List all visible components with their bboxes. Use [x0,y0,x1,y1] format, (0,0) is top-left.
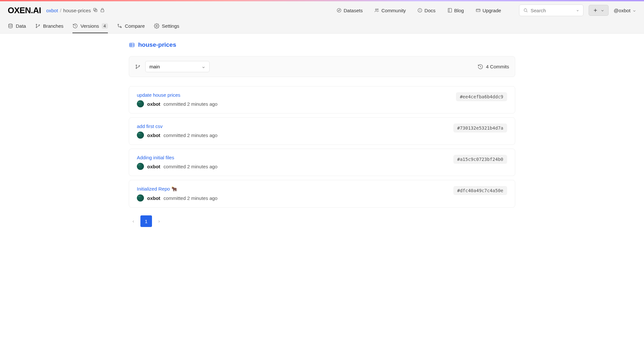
search-input[interactable] [519,5,583,16]
svg-line-15 [526,11,527,12]
nav-datasets[interactable]: Datasets [336,8,363,13]
tab-compare-label: Compare [125,23,145,29]
svg-point-29 [136,65,137,66]
repo-title[interactable]: house-prices [129,41,515,48]
commit-hash[interactable]: #ee4cefba6b4ddc9 [456,92,507,101]
commit-author[interactable]: oxbot [147,164,160,169]
nav-blog[interactable]: Blog [447,8,464,13]
history-icon [478,64,483,70]
nav-community[interactable]: Community [374,8,406,13]
search-field[interactable] [531,8,576,13]
compare-icon [117,23,122,29]
commits-count[interactable]: 4 Commits [478,64,509,70]
caret-down-icon [601,8,604,12]
commit-hash[interactable]: #dfc40a49c7c4a50e [453,186,507,195]
commit-message[interactable]: update house prices [137,92,217,98]
svg-rect-12 [476,9,480,12]
commit-time: committed 2 minutes ago [164,101,218,107]
commit-author[interactable]: oxbot [147,133,160,138]
add-button[interactable] [589,5,609,16]
tab-versions[interactable]: Versions 4 [72,19,108,33]
branch-icon [135,64,141,70]
avatar[interactable] [137,194,144,202]
svg-point-9 [420,9,420,10]
search-icon [523,7,528,13]
copy-icon[interactable] [93,7,98,14]
branch-bar: main 4 Commits [129,56,515,77]
page-prev[interactable] [129,215,138,227]
tab-versions-label: Versions [80,23,99,29]
avatar[interactable] [137,132,144,139]
commit-hash[interactable]: #a15c9c0723bf24b0 [453,155,507,164]
svg-point-22 [118,24,119,25]
topbar: OXEN.AI oxbot / house-prices Datasets Co… [0,1,644,19]
breadcrumb-separator: / [60,8,61,13]
svg-point-14 [524,9,527,12]
avatar[interactable] [137,163,144,170]
commit-message[interactable]: add first csv [137,123,217,129]
commit-time: committed 2 minutes ago [164,133,218,138]
lock-icon [100,7,105,14]
commit-time: committed 2 minutes ago [164,164,218,169]
user-handle: @oxbot [614,8,630,13]
repo-tabs: Data Branches Versions 4 Compare Setting… [0,19,644,33]
tab-branches[interactable]: Branches [35,19,63,33]
compass-icon [336,8,342,13]
history-icon [72,23,78,29]
header: OXEN.AI oxbot / house-prices Datasets Co… [0,1,644,34]
table-icon [129,42,135,48]
database-icon [8,23,13,29]
versions-count-badge: 4 [102,23,108,29]
gear-icon [154,23,159,29]
avatar[interactable] [137,100,144,107]
svg-point-5 [375,9,377,10]
svg-point-21 [39,25,40,25]
card-icon [476,8,481,13]
page-next[interactable] [155,215,164,227]
commit-message[interactable]: Initialized Repo 🐂 [137,186,217,192]
branch-select[interactable]: main [145,61,210,72]
tab-data-label: Data [16,23,26,29]
commit-author[interactable]: oxbot [147,101,160,107]
user-menu[interactable]: @oxbot [614,8,636,13]
content: house-prices main 4 Commits update house… [103,34,541,235]
breadcrumb-repo[interactable]: house-prices [63,8,91,13]
commit-hash[interactable]: #730132e5321b4d7a [453,123,507,133]
commit-author[interactable]: oxbot [147,195,160,201]
chevron-left-icon [131,219,135,223]
nav-community-label: Community [381,8,406,13]
nav-upgrade-label: Upgrade [483,8,501,13]
nav-docs[interactable]: Docs [417,8,435,13]
svg-point-6 [377,9,378,10]
svg-rect-2 [101,10,104,12]
commits-list: update house prices oxbot committed 2 mi… [129,86,515,208]
branch-icon [35,23,41,29]
book-icon [447,8,452,13]
nav-datasets-label: Datasets [344,8,363,13]
top-nav: Datasets Community Docs Blog Upgrade [336,8,501,13]
svg-point-3 [337,8,341,12]
breadcrumb-owner[interactable]: oxbot [46,8,58,13]
pagination: 1 [129,215,515,227]
svg-point-30 [136,68,137,69]
page-current[interactable]: 1 [140,215,152,227]
nav-blog-label: Blog [454,8,464,13]
tab-settings[interactable]: Settings [154,19,179,33]
brand-logo[interactable]: OXEN.AI [8,5,41,15]
svg-point-31 [139,65,140,66]
commit-row: update house prices oxbot committed 2 mi… [129,86,515,113]
nav-upgrade[interactable]: Upgrade [476,8,501,13]
svg-marker-4 [338,10,340,11]
svg-rect-10 [448,8,451,12]
chevron-right-icon [157,219,161,223]
tab-data[interactable]: Data [8,19,26,33]
commit-row: Adding initial files oxbot committed 2 m… [129,149,515,176]
tab-compare[interactable]: Compare [117,19,145,33]
nav-docs-label: Docs [424,8,435,13]
chevron-down-icon [632,8,636,12]
commit-time: committed 2 minutes ago [164,195,218,201]
commits-count-label: 4 Commits [486,64,509,69]
users-icon [374,8,379,13]
commit-message[interactable]: Adding initial files [137,155,217,160]
chevron-down-icon[interactable] [576,8,579,12]
